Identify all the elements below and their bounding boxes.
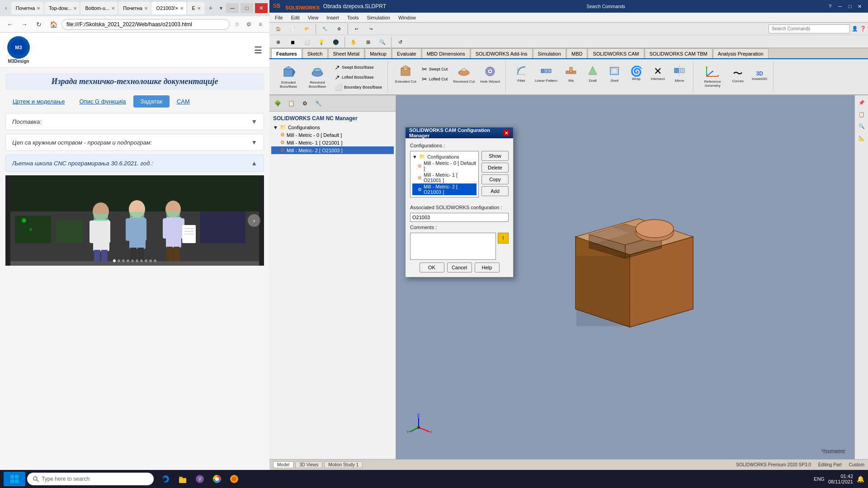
btn-intersect[interactable]: ✕ Intersect [648,65,668,83]
tab-evaluate[interactable]: Evaluate [392,48,421,58]
dialog-tree[interactable]: ▼ 📁 Configurations ⚙ Mill - Metric - 0 [… [410,151,479,197]
dot-1[interactable] [113,259,116,262]
dialog-tree-item-1[interactable]: ⚙ Mill - Metric- 1 [ O21001 ] [412,172,476,183]
status-tab-motion[interactable]: Motion Study 1 [324,461,363,468]
tab-nav-more[interactable]: ▾ [217,4,225,13]
dialog-yellow-button[interactable]: ! [498,233,509,244]
browser-tab-2[interactable]: Top-dow... ✕ [44,2,80,14]
nc-item-1[interactable]: ⚙ Mill - Metric- 1 [ O21001 ] [271,139,394,146]
dialog-ok-btn[interactable]: OK [420,263,444,272]
dialog-add-btn[interactable]: Add [481,186,509,196]
taskbar-edge[interactable] [157,471,174,487]
settings-button[interactable]: ≡ [255,19,266,30]
dialog-cancel-btn[interactable]: Cancel [447,263,472,272]
left-tb-properties[interactable]: 📋 [285,98,297,109]
hamburger-menu[interactable]: ☰ [254,45,262,56]
tab-nav-prev[interactable]: ‹ [2,4,10,13]
help-icon[interactable]: ❓ [860,26,866,32]
sw-help-icon[interactable]: ? [826,2,835,10]
sync-button[interactable]: ⚙ [243,19,254,30]
tb-home[interactable]: 🏠 [271,22,285,36]
dot-10[interactable] [154,259,156,262]
menu-insert[interactable]: Insert [323,14,343,21]
dialog-close-button[interactable]: ✕ [503,130,509,136]
tab-sw-cam[interactable]: SOLIDWORKS CAM [588,48,644,58]
tab-mbd[interactable]: MBD [566,48,587,58]
taskbar-viber[interactable]: V [192,471,208,487]
dot-8[interactable] [145,259,147,262]
sw-search-input[interactable] [769,24,850,33]
browser-close[interactable]: ✕ [255,3,268,13]
dialog-delete-btn[interactable]: Delete [481,163,509,173]
btn-draft[interactable]: Draft [583,63,603,85]
home-button[interactable]: 🏠 [47,18,60,31]
tb-rotate[interactable]: ↺ [393,35,407,48]
right-btn-2[interactable]: 📋 [856,109,867,120]
menu-tools[interactable]: Tools [344,14,363,21]
bookmark-button[interactable]: ☆ [231,19,242,30]
tab-mbd-dim[interactable]: MBD Dimensions [422,48,470,58]
site-section-3[interactable]: Љетна школа CNC програмирања 30.6.2021. … [5,155,264,172]
btn-rib[interactable]: Rib [561,63,581,85]
btn-linear-pattern[interactable]: Linear Pattern [533,63,559,85]
forward-button[interactable]: → [18,18,31,31]
btn-mirror[interactable]: Mirror [670,63,689,85]
tb-realview[interactable]: 💡 [315,35,328,48]
btn-lofted-cut[interactable]: ✂ Lofted Cut [420,75,450,84]
notification-icon[interactable]: 🔔 [857,475,864,483]
btn-swept-cut[interactable]: ✂ Swept Cut [420,65,450,74]
taskbar-explorer[interactable] [175,471,191,487]
sw-maximize[interactable]: □ [845,2,854,10]
back-button[interactable]: ← [4,18,16,31]
left-tb-feature-tree[interactable]: 🌳 [271,98,284,109]
btn-hole-wizard[interactable]: Hole Wizard [478,63,502,86]
site-section-2[interactable]: Цеп са кружним острвом - програм и подпр… [5,134,264,151]
tab-close-2[interactable]: ✕ [73,6,77,11]
menu-file[interactable]: File [271,14,287,21]
tb-shadows[interactable]: 🌑 [329,35,343,48]
tab-close-5[interactable]: ✕ [180,6,184,11]
btn-reference-geometry[interactable]: Reference Geometry [699,63,726,90]
left-tb-config[interactable]: ⚙ [298,98,311,109]
dialog-tree-item-2[interactable]: ⚙ Mill - Metric- 2 [ O21003 ] [412,183,476,195]
tab-close-1[interactable]: ✕ [37,6,40,11]
menu-simulation[interactable]: Simulation [363,14,394,21]
tab-close-3[interactable]: ✕ [111,6,115,11]
browser-tab-5[interactable]: O21003!× ✕ [151,2,186,14]
cam-config-dialog[interactable]: SOLIDWORKS CAM Configuration Manager ✕ C… [405,127,514,277]
status-tab-3dviews[interactable]: 3D Views [295,461,322,468]
tb-pan[interactable]: ✋ [347,35,360,48]
site-section-1[interactable]: Поставка: ▼ [5,113,264,130]
taskbar-search[interactable]: Type here to search [27,473,154,485]
nc-configurations-root[interactable]: ▼ 📁 Configurations [271,123,394,131]
browser-tab-6[interactable]: E ✕ [187,2,204,14]
tb-shaded[interactable]: ◼ [286,35,299,48]
btn-boundary-boss[interactable]: ⬜ Boundary Boss/Base [333,83,384,92]
btn-revolved-cut[interactable]: Revolved Cut [451,63,476,86]
site-tab-2[interactable]: Опис G функција [72,95,133,108]
browser-maximize[interactable]: □ [241,3,253,13]
tab-sheet-metal[interactable]: Sheet Metal [328,48,365,58]
dot-2[interactable] [118,259,120,262]
browser-tab-4[interactable]: Почетна ✕ [118,2,151,14]
tb-options[interactable]: ⚙ [332,22,346,36]
dialog-copy-btn[interactable]: Copy [481,174,509,184]
nc-item-2[interactable]: ⚙ Mill - Metric- 2 [ O21003 ] [271,146,394,154]
tab-sw-addins[interactable]: SOLIDWORKS Add-Ins [471,48,533,58]
btn-extruded-cut[interactable]: Extruded Cut [393,63,418,86]
new-tab-button[interactable]: ＋ [206,3,216,14]
right-btn-1[interactable]: 📌 [856,97,867,108]
right-btn-4[interactable]: 📐 [856,132,867,143]
dialog-show-btn[interactable]: Show [481,151,509,161]
btn-lofted-boss[interactable]: ↗ Lofted Boss/Base [333,73,384,82]
comments-textarea[interactable] [410,233,496,260]
tab-features[interactable]: Features [271,48,302,58]
site-tab-1[interactable]: Цртеж и моделање [5,95,72,108]
tb-zoom-area[interactable]: 🔍 [376,35,389,48]
tab-sketch[interactable]: Sketch [302,48,328,58]
tab-simulation[interactable]: Simulation [533,48,566,58]
dot-6[interactable] [136,259,138,262]
tb-wireframe[interactable]: ⬜ [300,35,314,48]
menu-window[interactable]: Window [395,14,420,21]
tray-language[interactable]: ENG [814,476,825,482]
